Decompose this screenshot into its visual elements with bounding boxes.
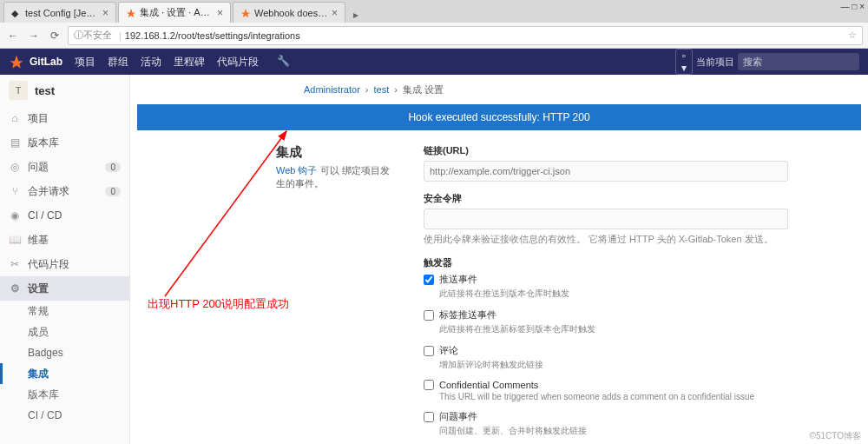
sidebar-item-wiki[interactable]: 📖维基	[0, 228, 129, 252]
main-layout: T test ⌂项目 ▤版本库 ◎问题0 ⑂合并请求0 ◉CI / CD 📖维基…	[0, 75, 868, 444]
project-sidebar: T test ⌂项目 ▤版本库 ◎问题0 ⑂合并请求0 ◉CI / CD 📖维基…	[0, 75, 130, 444]
security-warning: 不安全	[83, 29, 112, 42]
trigger-label: 推送事件	[439, 273, 477, 286]
trigger-desc: 问题创建、更新、合并时将触发此链接	[439, 425, 826, 437]
breadcrumb-project[interactable]: test	[373, 84, 389, 95]
trigger-item: Confidential Comments This URL will be t…	[424, 380, 826, 401]
home-icon: ⌂	[9, 112, 21, 124]
count-badge: 0	[105, 162, 121, 172]
repository-icon: ▤	[9, 136, 21, 149]
reload-button[interactable]: ⟳	[47, 28, 62, 43]
sidebar-item-merge-requests[interactable]: ⑂合并请求0	[0, 179, 129, 203]
sidebar-sub-general[interactable]: 常规	[0, 301, 129, 321]
browser-toolbar: ← → ⟳ ⓘ 不安全 | 192.168.1.2/root/test/sett…	[0, 23, 868, 49]
url-label: 链接(URL)	[424, 144, 826, 157]
gitlab-brand: GitLab	[30, 56, 62, 68]
breadcrumb-admin[interactable]: Administrator	[304, 84, 360, 95]
url-input[interactable]	[424, 161, 788, 182]
plus-icon[interactable]: ▫ ▾	[675, 49, 693, 75]
trigger-desc: 此链接将在推送到版本仓库时触发	[439, 288, 826, 300]
bookmark-icon[interactable]: ☆	[848, 30, 857, 41]
trigger-checkbox[interactable]	[424, 310, 434, 321]
forward-button[interactable]: →	[26, 28, 42, 43]
search-input[interactable]	[738, 53, 859, 70]
new-tab-button[interactable]: ▸	[347, 7, 365, 23]
trigger-item: 评论 增加新评论时将触发此链接	[424, 344, 826, 371]
sidebar-label: 版本库	[28, 136, 59, 150]
token-label: 安全令牌	[424, 192, 826, 205]
trigger-checkbox-row[interactable]: Confidential Comments	[424, 380, 826, 390]
close-icon[interactable]: ×	[217, 7, 223, 19]
section-title: 集成	[276, 144, 398, 161]
browser-tab[interactable]: ◆ test Config [Jenkins] ×	[3, 2, 116, 23]
sidebar-item-repository[interactable]: ▤版本库	[0, 130, 129, 155]
breadcrumb-current: 集成 设置	[403, 83, 444, 96]
nav-activity[interactable]: 活动	[141, 55, 161, 70]
merge-icon: ⑂	[9, 185, 21, 197]
trigger-checkbox-row[interactable]: 问题事件	[424, 410, 826, 423]
project-avatar: T	[9, 81, 28, 100]
tab-title: 集成 · 设置 · Administrat	[140, 6, 214, 19]
gear-icon: ⚙	[9, 282, 21, 295]
sidebar-item-issues[interactable]: ◎问题0	[0, 155, 129, 179]
integrations-form: 集成 Web 钩子 可以 绑定项目发生的事件。 链接(URL) 安全令牌 使用此…	[130, 144, 868, 444]
browser-tab[interactable]: Webhook does not wo ×	[233, 2, 345, 23]
trigger-label: 评论	[439, 344, 458, 357]
sidebar-sub-cicd[interactable]: CI / CD	[0, 405, 129, 426]
trigger-checkbox[interactable]	[424, 275, 434, 285]
nav-milestones[interactable]: 里程碑	[174, 55, 205, 70]
main-content: Administrator › test › 集成 设置 Hook execut…	[130, 75, 868, 444]
trigger-label: 标签推送事件	[439, 308, 496, 321]
search-scope: 当前项目	[696, 56, 734, 69]
success-banner: Hook executed successfully: HTTP 200	[137, 104, 861, 130]
sidebar-label: CI / CD	[28, 209, 62, 222]
section-subtitle: Web 钩子 可以 绑定项目发生的事件。	[276, 164, 398, 190]
gitlab-logo-icon	[9, 54, 24, 70]
project-header[interactable]: T test	[0, 75, 129, 106]
sidebar-label: 设置	[28, 282, 49, 296]
close-icon[interactable]: ×	[332, 7, 338, 19]
trigger-checkbox[interactable]	[424, 346, 434, 356]
trigger-checkbox[interactable]	[424, 380, 434, 390]
gitlab-favicon-icon	[126, 8, 136, 18]
tab-title: test Config [Jenkins]	[25, 8, 99, 18]
gitlab-favicon-icon	[240, 8, 251, 18]
webhooks-link[interactable]: Web 钩子	[276, 165, 317, 176]
trigger-checkbox-row[interactable]: 标签推送事件	[424, 308, 826, 321]
gitlab-nav: 项目 群组 活动 里程碑 代码片段 🔧	[75, 55, 295, 70]
sidebar-sub-repository[interactable]: 版本库	[0, 384, 129, 405]
sidebar-sub-members[interactable]: 成员	[0, 321, 129, 342]
sidebar-sub-integrations[interactable]: 集成	[0, 363, 129, 384]
trigger-checkbox[interactable]	[424, 412, 434, 422]
sidebar-sub-badges[interactable]: Badges	[0, 342, 129, 363]
trigger-checkbox-row[interactable]: 评论	[424, 344, 826, 357]
nav-snippets[interactable]: 代码片段	[217, 55, 259, 70]
token-input[interactable]	[424, 209, 788, 229]
gitlab-header: GitLab 项目 群组 活动 里程碑 代码片段 🔧 ▫ ▾ 当前项目	[0, 49, 868, 75]
trigger-desc: 增加新评论时将触发此链接	[439, 359, 826, 371]
count-badge: 0	[105, 187, 121, 196]
sidebar-label: 代码片段	[28, 257, 69, 272]
back-button[interactable]: ←	[5, 28, 21, 43]
trigger-desc: This URL will be triggered when someone …	[439, 392, 826, 401]
wrench-icon[interactable]: 🔧	[274, 55, 292, 70]
trigger-checkbox-row[interactable]: 推送事件	[424, 273, 826, 286]
sidebar-item-snippets[interactable]: ✂代码片段	[0, 252, 129, 276]
trigger-label: 问题事件	[439, 410, 477, 423]
close-icon[interactable]: ×	[102, 7, 108, 19]
sidebar-label: 合并请求	[28, 184, 69, 199]
sidebar-item-project[interactable]: ⌂项目	[0, 106, 129, 130]
triggers-label: 触发器	[424, 256, 826, 269]
token-help: 使用此令牌来验证接收信息的有效性。 它将通过 HTTP 头的 X-Gitlab-…	[424, 233, 826, 246]
breadcrumb: Administrator › test › 集成 设置	[130, 75, 868, 104]
nav-projects[interactable]: 项目	[75, 55, 95, 70]
pipeline-icon: ◉	[9, 209, 21, 222]
browser-tab-active[interactable]: 集成 · 设置 · Administrat ×	[118, 2, 231, 23]
nav-groups[interactable]: 群组	[108, 55, 128, 70]
address-bar[interactable]: ⓘ 不安全 | 192.168.1.2/root/test/settings/i…	[68, 26, 863, 45]
sidebar-item-cicd[interactable]: ◉CI / CD	[0, 203, 129, 228]
browser-tab-strip: ◆ test Config [Jenkins] × 集成 · 设置 · Admi…	[0, 0, 868, 23]
project-name: test	[35, 84, 55, 97]
sidebar-item-settings[interactable]: ⚙设置	[0, 276, 129, 301]
window-controls: — □ ×	[841, 2, 865, 11]
